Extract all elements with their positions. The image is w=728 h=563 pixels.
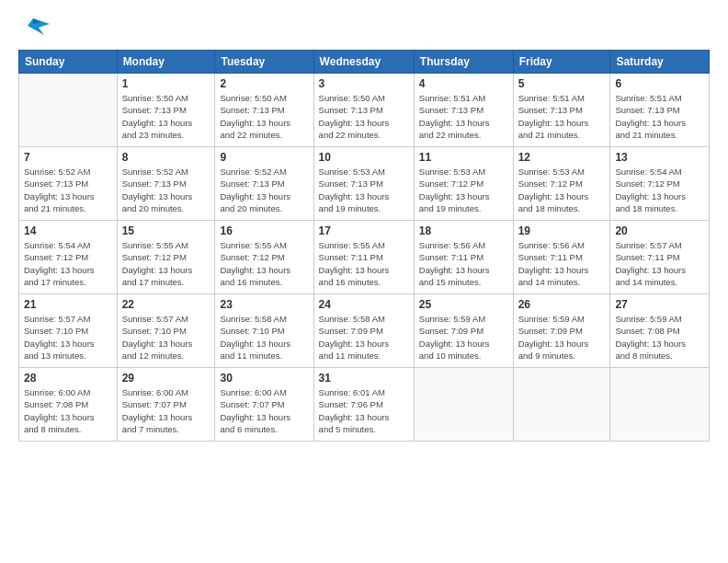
day-header-tuesday: Tuesday — [215, 51, 313, 74]
calendar-cell: 14Sunrise: 5:54 AM Sunset: 7:12 PM Dayli… — [19, 221, 118, 294]
calendar-cell: 3Sunrise: 5:50 AM Sunset: 7:13 PM Daylig… — [313, 74, 414, 147]
calendar-cell: 30Sunrise: 6:00 AM Sunset: 7:07 PM Dayli… — [215, 368, 313, 442]
day-info: Sunrise: 5:55 AM Sunset: 7:12 PM Dayligh… — [122, 239, 210, 288]
day-info: Sunrise: 5:54 AM Sunset: 7:12 PM Dayligh… — [24, 239, 112, 288]
day-info: Sunrise: 5:52 AM Sunset: 7:13 PM Dayligh… — [24, 166, 112, 214]
calendar-body: 1Sunrise: 5:50 AM Sunset: 7:13 PM Daylig… — [19, 74, 710, 442]
day-info: Sunrise: 5:53 AM Sunset: 7:12 PM Dayligh… — [419, 166, 508, 214]
day-info: Sunrise: 5:51 AM Sunset: 7:13 PM Dayligh… — [419, 92, 508, 141]
day-number: 25 — [419, 298, 508, 311]
day-header-sunday: Sunday — [19, 51, 118, 74]
calendar-cell: 19Sunrise: 5:56 AM Sunset: 7:11 PM Dayli… — [513, 221, 610, 294]
day-number: 4 — [419, 77, 508, 90]
calendar-cell: 7Sunrise: 5:52 AM Sunset: 7:13 PM Daylig… — [19, 147, 118, 221]
calendar-cell: 26Sunrise: 5:59 AM Sunset: 7:09 PM Dayli… — [513, 294, 610, 368]
calendar-cell: 28Sunrise: 6:00 AM Sunset: 7:08 PM Dayli… — [19, 368, 118, 442]
day-info: Sunrise: 5:58 AM Sunset: 7:10 PM Dayligh… — [220, 313, 308, 362]
day-header-monday: Monday — [117, 51, 215, 74]
header — [18, 15, 710, 40]
day-header-saturday: Saturday — [610, 51, 710, 74]
calendar-cell — [610, 368, 710, 442]
day-header-friday: Friday — [513, 51, 610, 74]
calendar-cell — [414, 368, 513, 442]
day-info: Sunrise: 5:55 AM Sunset: 7:12 PM Dayligh… — [220, 239, 308, 288]
calendar-cell: 8Sunrise: 5:52 AM Sunset: 7:13 PM Daylig… — [117, 147, 215, 221]
day-number: 7 — [24, 151, 112, 164]
day-number: 8 — [122, 151, 210, 164]
day-number: 22 — [122, 298, 210, 311]
day-info: Sunrise: 5:56 AM Sunset: 7:11 PM Dayligh… — [419, 239, 508, 288]
day-info: Sunrise: 6:00 AM Sunset: 7:07 PM Dayligh… — [122, 386, 210, 435]
calendar-cell: 5Sunrise: 5:51 AM Sunset: 7:13 PM Daylig… — [513, 74, 610, 147]
day-header-thursday: Thursday — [414, 51, 513, 74]
calendar-cell: 17Sunrise: 5:55 AM Sunset: 7:11 PM Dayli… — [313, 221, 414, 294]
day-info: Sunrise: 5:59 AM Sunset: 7:09 PM Dayligh… — [518, 313, 606, 362]
day-info: Sunrise: 5:51 AM Sunset: 7:13 PM Dayligh… — [615, 92, 704, 141]
day-number: 16 — [220, 224, 308, 237]
day-number: 1 — [122, 77, 210, 90]
calendar-cell: 25Sunrise: 5:59 AM Sunset: 7:09 PM Dayli… — [414, 294, 513, 368]
calendar-header-row: SundayMondayTuesdayWednesdayThursdayFrid… — [19, 51, 710, 74]
calendar-cell: 18Sunrise: 5:56 AM Sunset: 7:11 PM Dayli… — [414, 221, 513, 294]
day-number: 21 — [24, 298, 112, 311]
calendar-cell: 21Sunrise: 5:57 AM Sunset: 7:10 PM Dayli… — [19, 294, 118, 368]
day-number: 31 — [319, 372, 409, 385]
day-number: 23 — [220, 298, 308, 311]
day-info: Sunrise: 5:58 AM Sunset: 7:09 PM Dayligh… — [319, 313, 409, 362]
svg-marker-0 — [28, 18, 50, 35]
day-number: 19 — [518, 224, 606, 237]
day-number: 28 — [24, 372, 112, 385]
day-info: Sunrise: 5:53 AM Sunset: 7:12 PM Dayligh… — [518, 166, 606, 214]
day-number: 18 — [419, 224, 508, 237]
week-row-5: 28Sunrise: 6:00 AM Sunset: 7:08 PM Dayli… — [19, 368, 710, 442]
day-info: Sunrise: 5:57 AM Sunset: 7:11 PM Dayligh… — [615, 239, 704, 288]
day-info: Sunrise: 5:54 AM Sunset: 7:12 PM Dayligh… — [615, 166, 704, 214]
day-number: 13 — [615, 151, 704, 164]
day-number: 10 — [319, 151, 409, 164]
day-info: Sunrise: 6:00 AM Sunset: 7:08 PM Dayligh… — [24, 386, 112, 435]
day-info: Sunrise: 5:59 AM Sunset: 7:09 PM Dayligh… — [419, 313, 508, 362]
day-number: 27 — [615, 298, 704, 311]
day-info: Sunrise: 5:51 AM Sunset: 7:13 PM Dayligh… — [518, 92, 606, 141]
day-number: 24 — [319, 298, 409, 311]
day-header-wednesday: Wednesday — [313, 51, 414, 74]
day-info: Sunrise: 5:50 AM Sunset: 7:13 PM Dayligh… — [220, 92, 308, 141]
calendar-cell: 13Sunrise: 5:54 AM Sunset: 7:12 PM Dayli… — [610, 147, 710, 221]
day-info: Sunrise: 5:50 AM Sunset: 7:13 PM Dayligh… — [122, 92, 210, 141]
day-info: Sunrise: 5:52 AM Sunset: 7:13 PM Dayligh… — [220, 166, 308, 214]
day-number: 6 — [615, 77, 704, 90]
calendar-cell: 4Sunrise: 5:51 AM Sunset: 7:13 PM Daylig… — [414, 74, 513, 147]
day-info: Sunrise: 5:56 AM Sunset: 7:11 PM Dayligh… — [518, 239, 606, 288]
logo — [18, 15, 51, 40]
day-number: 2 — [220, 77, 308, 90]
calendar-cell: 20Sunrise: 5:57 AM Sunset: 7:11 PM Dayli… — [610, 221, 710, 294]
calendar-cell: 15Sunrise: 5:55 AM Sunset: 7:12 PM Dayli… — [117, 221, 215, 294]
day-number: 12 — [518, 151, 606, 164]
day-number: 5 — [518, 77, 606, 90]
calendar-cell: 16Sunrise: 5:55 AM Sunset: 7:12 PM Dayli… — [215, 221, 313, 294]
day-number: 17 — [319, 224, 409, 237]
day-info: Sunrise: 5:52 AM Sunset: 7:13 PM Dayligh… — [122, 166, 210, 214]
calendar-cell — [513, 368, 610, 442]
week-row-4: 21Sunrise: 5:57 AM Sunset: 7:10 PM Dayli… — [19, 294, 710, 368]
week-row-1: 1Sunrise: 5:50 AM Sunset: 7:13 PM Daylig… — [19, 74, 710, 147]
day-number: 3 — [319, 77, 409, 90]
week-row-2: 7Sunrise: 5:52 AM Sunset: 7:13 PM Daylig… — [19, 147, 710, 221]
calendar-cell: 23Sunrise: 5:58 AM Sunset: 7:10 PM Dayli… — [215, 294, 313, 368]
day-info: Sunrise: 5:57 AM Sunset: 7:10 PM Dayligh… — [122, 313, 210, 362]
calendar-cell: 12Sunrise: 5:53 AM Sunset: 7:12 PM Dayli… — [513, 147, 610, 221]
calendar-cell: 29Sunrise: 6:00 AM Sunset: 7:07 PM Dayli… — [117, 368, 215, 442]
day-info: Sunrise: 5:57 AM Sunset: 7:10 PM Dayligh… — [24, 313, 112, 362]
calendar-page: SundayMondayTuesdayWednesdayThursdayFrid… — [0, 0, 728, 563]
calendar-cell: 22Sunrise: 5:57 AM Sunset: 7:10 PM Dayli… — [117, 294, 215, 368]
day-number: 26 — [518, 298, 606, 311]
day-info: Sunrise: 5:53 AM Sunset: 7:13 PM Dayligh… — [319, 166, 409, 214]
day-number: 14 — [24, 224, 112, 237]
calendar-cell: 24Sunrise: 5:58 AM Sunset: 7:09 PM Dayli… — [313, 294, 414, 368]
calendar-table: SundayMondayTuesdayWednesdayThursdayFrid… — [18, 50, 710, 442]
day-number: 11 — [419, 151, 508, 164]
week-row-3: 14Sunrise: 5:54 AM Sunset: 7:12 PM Dayli… — [19, 221, 710, 294]
day-info: Sunrise: 5:59 AM Sunset: 7:08 PM Dayligh… — [615, 313, 704, 362]
day-info: Sunrise: 6:00 AM Sunset: 7:07 PM Dayligh… — [220, 386, 308, 435]
calendar-cell — [19, 74, 118, 147]
